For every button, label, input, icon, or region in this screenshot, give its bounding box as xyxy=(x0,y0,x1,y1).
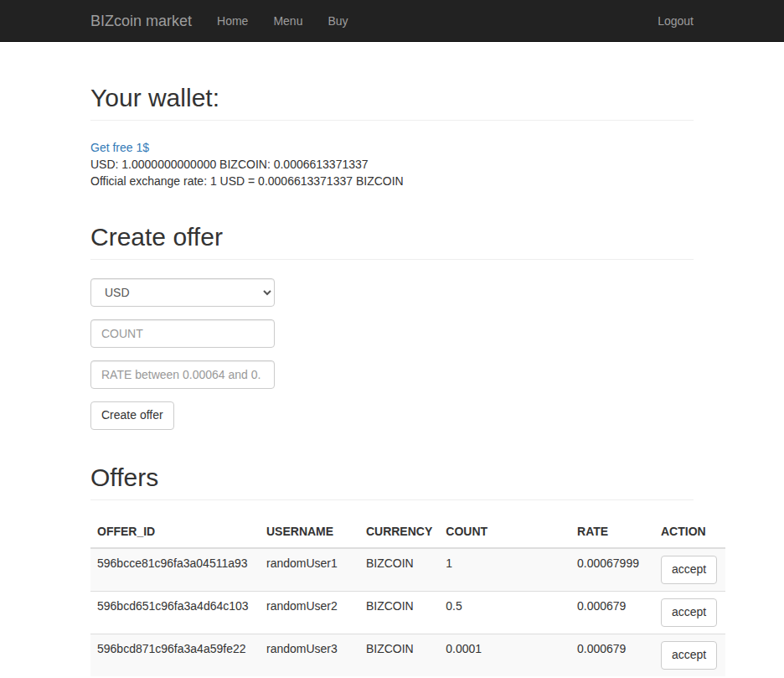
currency-cell: BIZCOIN xyxy=(359,548,439,591)
col-header-offer-id: OFFER_ID xyxy=(90,517,260,548)
currency-select[interactable]: USD xyxy=(90,278,275,307)
currency-cell: BIZCOIN xyxy=(359,591,439,634)
navbar: BIZcoin market Home Menu Buy Logout xyxy=(0,0,784,42)
accept-button[interactable]: accept xyxy=(661,641,717,670)
rate-cell: 0.00067999 xyxy=(570,548,654,591)
col-header-action: ACTION xyxy=(654,517,725,548)
action-cell: accept xyxy=(654,634,725,675)
rate-input[interactable] xyxy=(90,360,275,389)
count-cell: 0.5 xyxy=(439,591,570,634)
main-content: Your wallet: Get free 1$ USD: 1.00000000… xyxy=(78,84,706,676)
nav-item-menu[interactable]: Menu xyxy=(260,0,315,42)
username-cell: randomUser1 xyxy=(260,548,359,591)
wallet-divider xyxy=(90,120,694,121)
table-row: 596bcd871c96fa3a4a59fe22 randomUser3 BIZ… xyxy=(90,634,725,675)
nav-item-logout[interactable]: Logout xyxy=(645,14,694,28)
col-header-rate: RATE xyxy=(570,517,654,548)
wallet-balance: USD: 1.0000000000000 BIZCOIN: 0.00066133… xyxy=(90,156,694,173)
username-cell: randomUser3 xyxy=(260,634,359,675)
exchange-rate: Official exchange rate: 1 USD = 0.000661… xyxy=(90,173,694,189)
nav-item-home[interactable]: Home xyxy=(204,0,260,42)
currency-cell: BIZCOIN xyxy=(359,634,439,675)
action-cell: accept xyxy=(654,591,725,634)
table-row: 596bcd651c96fa3a4d64c103 randomUser2 BIZ… xyxy=(90,591,725,634)
create-offer-form: USD Create offer xyxy=(90,278,694,430)
get-free-dollar-link[interactable]: Get free 1$ xyxy=(90,139,149,156)
col-header-username: USERNAME xyxy=(260,517,359,548)
username-cell: randomUser2 xyxy=(260,591,359,634)
count-cell: 0.0001 xyxy=(439,634,570,675)
action-cell: accept xyxy=(654,548,725,591)
count-cell: 1 xyxy=(439,548,570,591)
rate-cell: 0.000679 xyxy=(570,634,654,675)
table-row: 596bcce81c96fa3a04511a93 randomUser1 BIZ… xyxy=(90,548,725,591)
offer-id-cell: 596bcd651c96fa3a4d64c103 xyxy=(90,591,260,634)
create-offer-button[interactable]: Create offer xyxy=(90,401,174,430)
table-header-row: OFFER_ID USERNAME CURRENCY COUNT RATE AC… xyxy=(90,517,725,548)
col-header-count: COUNT xyxy=(439,517,570,548)
accept-button[interactable]: accept xyxy=(661,556,717,584)
accept-button[interactable]: accept xyxy=(661,598,717,627)
count-input[interactable] xyxy=(90,319,275,348)
col-header-currency: CURRENCY xyxy=(359,517,439,548)
brand-link[interactable]: BIZcoin market xyxy=(90,0,192,42)
navbar-right: Logout xyxy=(645,0,694,42)
offers-table: OFFER_ID USERNAME CURRENCY COUNT RATE AC… xyxy=(90,517,725,676)
nav-item-buy[interactable]: Buy xyxy=(315,0,360,42)
create-offer-divider xyxy=(90,259,694,260)
create-offer-heading: Create offer xyxy=(90,223,694,251)
rate-cell: 0.000679 xyxy=(570,591,654,634)
offers-divider xyxy=(90,499,694,500)
offer-id-cell: 596bcce81c96fa3a04511a93 xyxy=(90,548,260,591)
offers-heading: Offers xyxy=(90,463,694,491)
wallet-heading: Your wallet: xyxy=(90,84,694,111)
offer-id-cell: 596bcd871c96fa3a4a59fe22 xyxy=(90,634,260,675)
